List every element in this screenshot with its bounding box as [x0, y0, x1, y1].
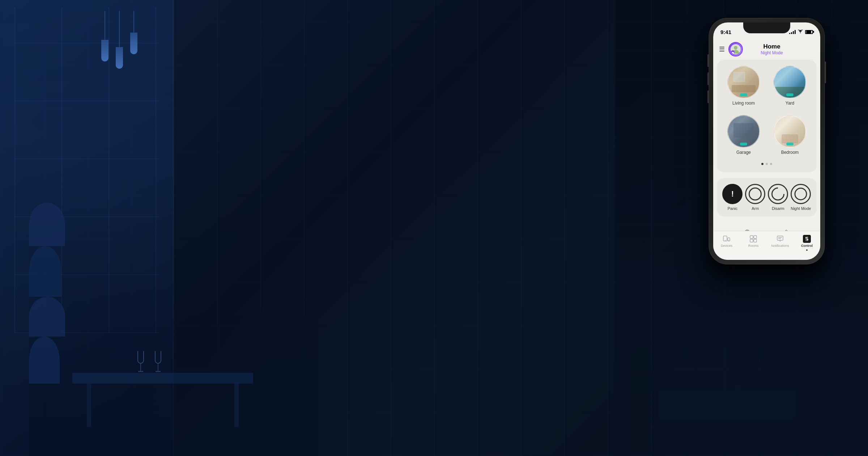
disarm-icon-container [768, 184, 788, 204]
notifications-icon [776, 235, 784, 243]
chair-4 [29, 337, 60, 384]
chair-2 [29, 246, 61, 297]
chair-1 [29, 203, 65, 246]
dot-2 [766, 163, 768, 165]
bottom-nav: Devices Rooms [713, 231, 820, 260]
room-status-bedroom [786, 143, 793, 145]
nav-label-rooms: Rooms [748, 244, 759, 248]
devices-icon [723, 235, 731, 243]
app-header: ☰ ⬤ Home Night Mode [713, 38, 820, 60]
status-time: 9:41 [720, 26, 731, 35]
nav-label-notifications: Notifications [771, 244, 789, 248]
room-card-yard[interactable]: Yard [769, 66, 811, 111]
svg-rect-11 [754, 239, 757, 242]
room-image-bedroom [774, 115, 806, 148]
signal-icon [789, 30, 796, 34]
chair-3 [29, 297, 65, 337]
nav-item-control[interactable]: Control [793, 235, 820, 251]
nightmode-icon [794, 187, 807, 200]
room-card-bedroom[interactable]: Bedroom [769, 115, 811, 160]
nav-item-rooms[interactable]: Rooms [740, 235, 767, 248]
wifi-icon [797, 30, 803, 34]
disarm-button[interactable]: Disarm [768, 184, 788, 211]
battery-icon [805, 30, 813, 34]
nav-active-indicator [806, 249, 808, 251]
arm-icon [749, 187, 762, 200]
security-section: ! Panic Arm [717, 178, 817, 216]
disarm-icon [769, 185, 787, 203]
svg-rect-8 [750, 236, 753, 238]
pendant-lights [101, 11, 137, 69]
arm-label: Arm [752, 206, 759, 211]
rooms-icon [749, 235, 757, 243]
menu-icon[interactable]: ☰ [719, 45, 725, 53]
nav-item-devices[interactable]: Devices [713, 235, 740, 248]
room-status-yard [786, 93, 793, 96]
phone-screen: 9:41 [713, 22, 820, 260]
panic-button[interactable]: ! Panic [722, 184, 743, 211]
room-image-yard [774, 66, 806, 98]
nightmode-icon-container [791, 184, 811, 204]
room-name-garage: Garage [736, 150, 751, 155]
iphone-frame: 9:41 [709, 18, 825, 264]
dot-3 [770, 163, 772, 165]
rooms-grid: Living room Yard Garage [723, 66, 811, 160]
room-image-garage [727, 115, 760, 148]
panic-icon: ! [722, 184, 743, 204]
disarm-label: Disarm [772, 206, 784, 211]
nightmode-label: Night Mode [791, 206, 811, 211]
panic-label: Panic [728, 206, 738, 211]
room-name-yard: Yard [786, 101, 794, 106]
phone-mockup: 9:41 [709, 18, 825, 264]
nav-item-notifications[interactable]: Notifications [767, 235, 793, 248]
notch [743, 22, 790, 33]
svg-rect-12 [777, 236, 783, 240]
table [72, 373, 253, 384]
dot-1 [761, 163, 763, 165]
room-status-garage [740, 143, 747, 145]
control-icon [803, 235, 811, 243]
room-status-living [740, 93, 747, 96]
svg-rect-9 [754, 236, 757, 238]
pagination-dots [723, 163, 811, 165]
svg-rect-10 [750, 239, 753, 242]
home-title: Home [763, 43, 780, 50]
room-name-bedroom: Bedroom [781, 150, 799, 155]
room-card-living[interactable]: Living room [723, 66, 765, 111]
arm-icon-container [745, 184, 765, 204]
room-image-living [727, 66, 760, 98]
svg-point-20 [807, 239, 808, 240]
arm-button[interactable]: Arm [745, 184, 765, 211]
home-info: Home Night Mode [746, 43, 797, 55]
avatar[interactable]: ⬤ [729, 43, 742, 56]
svg-point-6 [725, 240, 726, 241]
nav-label-control: Control [801, 244, 813, 248]
security-controls: ! Panic Arm [721, 184, 812, 211]
room-card-garage[interactable]: Garage [723, 115, 765, 160]
furniture-area [29, 203, 318, 456]
svg-point-17 [805, 237, 807, 238]
svg-point-3 [795, 188, 807, 200]
room-name-living: Living room [732, 101, 755, 106]
nav-label-devices: Devices [721, 244, 732, 248]
rooms-section: Living room Yard Garage [717, 60, 817, 172]
svg-point-7 [728, 240, 729, 241]
nightmode-button[interactable]: Night Mode [791, 184, 811, 211]
home-mode: Night Mode [761, 50, 783, 55]
status-icons [789, 27, 813, 34]
glasses-area [137, 351, 161, 373]
